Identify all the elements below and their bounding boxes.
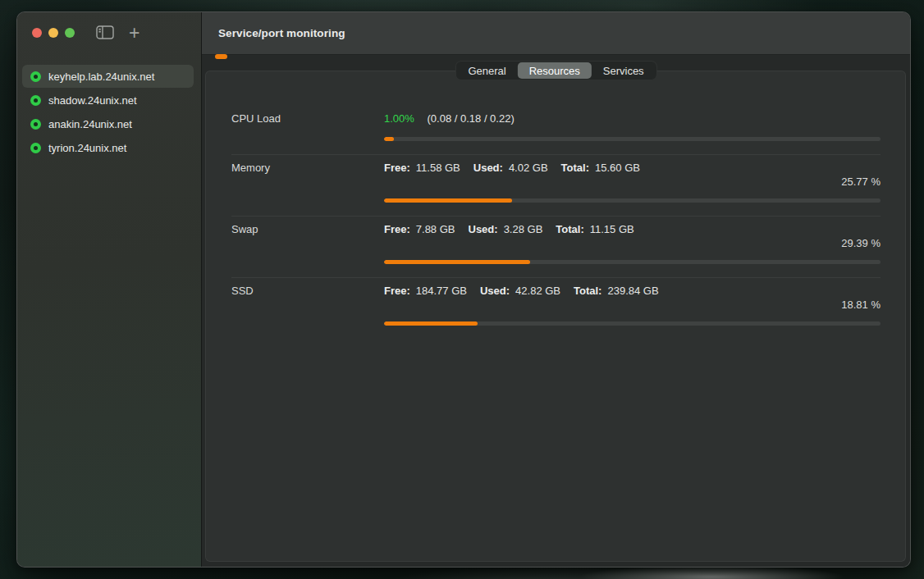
- traffic-lights: [32, 28, 75, 38]
- ssd-stats: Free:184.77 GBUsed:42.82 GBTotal:239.84 …: [384, 285, 881, 297]
- total-label: Total:: [556, 223, 583, 235]
- sidebar: + keyhelp.lab.24unix.net shadow.24unix.n…: [17, 12, 202, 567]
- total-value: 11.15 GB: [590, 223, 634, 235]
- progress-bar-fill: [384, 198, 512, 203]
- progress-bar: [384, 321, 881, 326]
- add-server-icon[interactable]: +: [129, 25, 140, 41]
- resource-row-swap: Swap Free:7.88 GBUsed:3.28 GBTotal:11.15…: [231, 217, 881, 278]
- resource-row-cpu: CPU Load 1.00% (0.08 / 0.18 / 0.22): [231, 71, 881, 155]
- progress-bar-fill: [384, 321, 478, 326]
- free-value: 184.77 GB: [416, 285, 467, 297]
- free-value: 7.88 GB: [416, 223, 455, 235]
- server-status-icon: [30, 95, 41, 106]
- used-value: 42.82 GB: [515, 285, 560, 297]
- resource-rows: CPU Load 1.00% (0.08 / 0.18 / 0.22): [231, 71, 881, 339]
- used-label: Used:: [469, 223, 498, 235]
- close-button[interactable]: [32, 28, 42, 38]
- cpu-stats: 1.00% (0.08 / 0.18 / 0.22): [384, 112, 881, 125]
- sidebar-item-server[interactable]: shadow.24unix.net: [22, 89, 194, 112]
- free-label: Free:: [384, 223, 410, 235]
- progress-bar-fill: [384, 137, 394, 141]
- total-label: Total:: [574, 285, 602, 297]
- resource-row-ssd: SSD Free:184.77 GBUsed:42.82 GBTotal:239…: [231, 278, 881, 339]
- server-list: keyhelp.lab.24unix.net shadow.24unix.net…: [17, 52, 201, 159]
- total-label: Total:: [561, 162, 589, 174]
- progress-bar: [384, 198, 881, 203]
- free-label: Free:: [384, 285, 410, 297]
- progress-bar: [384, 260, 881, 264]
- toggle-sidebar-icon[interactable]: [96, 25, 114, 39]
- used-label: Used:: [480, 285, 510, 297]
- cpu-percent-value: 1.00%: [384, 112, 414, 125]
- server-label: anakin.24unix.net: [48, 118, 132, 130]
- server-label: keyhelp.lab.24unix.net: [48, 71, 154, 83]
- server-label: tyrion.24unix.net: [48, 142, 126, 154]
- window-titlebar: Service/port monitoring: [202, 12, 910, 55]
- swap-stats: Free:7.88 GBUsed:3.28 GBTotal:11.15 GB: [384, 223, 881, 235]
- server-status-icon: [30, 71, 41, 82]
- progress-bar: [384, 137, 881, 141]
- app-window: + keyhelp.lab.24unix.net shadow.24unix.n…: [16, 11, 911, 568]
- free-value: 11.58 GB: [416, 162, 460, 174]
- resource-name: Memory: [231, 162, 384, 203]
- sidebar-titlebar: +: [17, 12, 201, 52]
- resource-name: CPU Load: [231, 112, 384, 141]
- total-value: 239.84 GB: [607, 285, 658, 297]
- usage-percent: 25.77 %: [384, 176, 881, 188]
- sidebar-item-server[interactable]: keyhelp.lab.24unix.net: [22, 65, 194, 88]
- free-label: Free:: [384, 162, 410, 174]
- scrolled-progress-peek: [215, 54, 227, 59]
- progress-bar-fill: [384, 260, 530, 264]
- page-title: Service/port monitoring: [218, 27, 345, 39]
- tab-services[interactable]: Services: [592, 62, 656, 79]
- zoom-button[interactable]: [65, 28, 75, 38]
- resource-name: SSD: [231, 285, 384, 326]
- used-value: 3.28 GB: [504, 223, 543, 235]
- used-value: 4.02 GB: [509, 162, 548, 174]
- cpu-load-averages: (0.08 / 0.18 / 0.22): [428, 112, 515, 125]
- memory-stats: Free:11.58 GBUsed:4.02 GBTotal:15.60 GB: [384, 162, 881, 174]
- content-area: General Resources Services CPU Load 1.00…: [202, 55, 910, 567]
- sidebar-item-server[interactable]: tyrion.24unix.net: [22, 136, 194, 159]
- resource-row-memory: Memory Free:11.58 GBUsed:4.02 GBTotal:15…: [231, 155, 881, 217]
- resource-name: Swap: [231, 223, 384, 264]
- usage-percent: 29.39 %: [384, 237, 881, 249]
- usage-percent: 18.81 %: [384, 299, 881, 311]
- tab-resources[interactable]: Resources: [518, 62, 592, 79]
- tab-general[interactable]: General: [456, 62, 517, 79]
- used-label: Used:: [473, 162, 503, 174]
- minimize-button[interactable]: [48, 28, 58, 38]
- resources-panel: CPU Load 1.00% (0.08 / 0.18 / 0.22): [205, 71, 906, 562]
- tab-bar: General Resources Services: [455, 61, 656, 80]
- server-status-icon: [30, 119, 41, 130]
- main-area: Service/port monitoring General Resource…: [202, 12, 910, 567]
- total-value: 15.60 GB: [595, 162, 640, 174]
- server-label: shadow.24unix.net: [48, 94, 137, 107]
- sidebar-item-server[interactable]: anakin.24unix.net: [22, 112, 194, 135]
- server-status-icon: [30, 143, 41, 153]
